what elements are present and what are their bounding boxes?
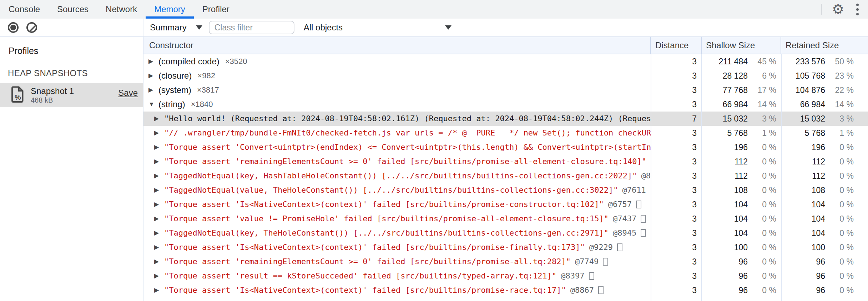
retained-size-cell: 1080 % xyxy=(781,183,868,197)
grid-row[interactable]: ▶"Torque assert 'result == kStoreSuccede… xyxy=(143,269,868,283)
profiles-sidebar: Profiles HEAP SNAPSHOTS % Snapshot 1 468… xyxy=(0,37,143,301)
disclosure-collapsed-icon[interactable]: ▶ xyxy=(154,255,164,269)
grid-row[interactable]: ▶"Torque assert 'Convert<uintptr>(endInd… xyxy=(143,140,868,154)
retained-size-percent: 0 % xyxy=(825,140,854,154)
disclosure-collapsed-icon[interactable]: ▶ xyxy=(148,69,158,83)
disclosure-collapsed-icon[interactable]: ▶ xyxy=(154,169,164,183)
grid-row[interactable]: ▶"TaggedNotEqual(key, HashTableHoleConst… xyxy=(143,169,868,183)
settings-gear-icon[interactable]: ⚙ xyxy=(832,3,844,16)
disclosure-collapsed-icon[interactable]: ▶ xyxy=(148,83,158,97)
disclosure-collapsed-icon[interactable]: ▶ xyxy=(154,154,164,169)
retained-size-cell: 1960 % xyxy=(781,140,868,154)
shallow-size-cell: 28 1286 % xyxy=(702,69,781,83)
shallow-size-percent: 0 % xyxy=(748,212,776,226)
retained-size-value: 104 876 xyxy=(781,83,825,97)
shallow-size-percent: 0 % xyxy=(748,169,776,183)
box-glyph-icon xyxy=(589,272,594,280)
constructor-name: "Torque assert 'Is<NativeContext>(contex… xyxy=(164,240,585,255)
object-id: @7749 xyxy=(575,255,599,269)
record-heap-snapshot-icon[interactable] xyxy=(8,22,19,33)
objects-scope-select[interactable]: All objects xyxy=(300,23,456,33)
snapshot-list-item[interactable]: % Snapshot 1 468 kB Save xyxy=(0,83,143,107)
grid-row[interactable]: ▶"Hello world! (Requested at: 2024-08-19… xyxy=(143,112,868,126)
shallow-size-cell: 66 98414 % xyxy=(702,97,781,112)
perspective-select[interactable]: Summary xyxy=(150,23,202,33)
grid-row[interactable]: ▶"TaggedNotEqual(key, TheHoleConstant())… xyxy=(143,226,868,240)
retained-size-cell: 15 0323 % xyxy=(781,112,868,126)
disclosure-collapsed-icon[interactable]: ▶ xyxy=(154,226,164,240)
heap-snapshot-file-icon: % xyxy=(11,86,25,104)
constructor-cell: ▶"Torque assert 'Is<NativeContext>(conte… xyxy=(143,240,651,255)
shallow-size-value: 5 768 xyxy=(702,126,748,140)
grid-row[interactable]: ▶"Torque assert 'Is<NativeContext>(conte… xyxy=(143,240,868,255)
tab-console[interactable]: Console xyxy=(0,0,49,19)
grid-row[interactable]: ▶"// .wrangler/tmp/bundle-FmNIt0/checked… xyxy=(143,126,868,140)
tab-memory[interactable]: Memory xyxy=(146,0,194,19)
more-options-kebab-icon[interactable] xyxy=(856,4,859,15)
snapshot-view-toolbar: Summary All objects xyxy=(143,19,868,36)
disclosure-collapsed-icon[interactable]: ▶ xyxy=(154,140,164,154)
constructor-name: "Torque assert 'Is<NativeContext>(contex… xyxy=(164,283,566,297)
shallow-size-percent: 0 % xyxy=(748,255,776,269)
retained-size-percent: 0 % xyxy=(825,154,854,169)
constructor-cell: ▶(system)×3817 xyxy=(143,83,651,97)
disclosure-collapsed-icon[interactable]: ▶ xyxy=(154,112,164,126)
shallow-size-value: 96 xyxy=(702,269,748,283)
shallow-size-value: 211 484 xyxy=(702,54,748,69)
grid-row[interactable]: ▶"Torque assert 'remainingElementsCount … xyxy=(143,154,868,169)
disclosure-collapsed-icon[interactable]: ▶ xyxy=(154,183,164,197)
heap-snapshot-grid: Constructor Distance Shallow Size Retain… xyxy=(143,37,868,301)
retained-size-value: 112 xyxy=(781,154,825,169)
class-filter-input[interactable] xyxy=(209,21,294,34)
column-header-distance[interactable]: Distance xyxy=(651,37,702,54)
grid-row[interactable]: ▼(string)×1840366 98414 %66 98414 % xyxy=(143,97,868,112)
grid-row[interactable]: ▶(compiled code)×35203211 48445 %233 576… xyxy=(143,54,868,69)
grid-row[interactable]: ▶"Torque assert 'value != PromiseHole' f… xyxy=(143,212,868,226)
grid-row[interactable]: ▶(system)×3817377 76817 %104 87622 % xyxy=(143,83,868,97)
shallow-size-percent: 0 % xyxy=(748,269,776,283)
toolbar-divider xyxy=(821,4,822,15)
tab-profiler[interactable]: Profiler xyxy=(194,0,238,19)
tab-sources[interactable]: Sources xyxy=(49,0,97,19)
disclosure-collapsed-icon[interactable]: ▶ xyxy=(154,240,164,255)
constructor-name: "TaggedNotEqual(key, HashTableHoleConsta… xyxy=(164,169,637,183)
shallow-size-cell: 960 % xyxy=(702,269,781,283)
perspective-select-label: Summary xyxy=(150,23,187,33)
disclosure-collapsed-icon[interactable]: ▶ xyxy=(154,126,164,140)
grid-row[interactable]: ▶"TaggedNotEqual(value, TheHoleConstant(… xyxy=(143,183,868,197)
shallow-size-percent: 0 % xyxy=(748,154,776,169)
tab-network[interactable]: Network xyxy=(97,0,146,19)
column-header-constructor[interactable]: Constructor xyxy=(143,37,651,54)
shallow-size-percent: 17 % xyxy=(748,83,776,97)
grid-row[interactable]: ▶"Torque assert 'Is<NativeContext>(conte… xyxy=(143,197,868,212)
disclosure-collapsed-icon[interactable]: ▶ xyxy=(154,212,164,226)
grid-row[interactable]: ▶"Torque assert 'remainingElementsCount … xyxy=(143,255,868,269)
retained-size-cell: 1040 % xyxy=(781,226,868,240)
disclosure-collapsed-icon[interactable]: ▶ xyxy=(148,54,158,69)
constructor-name: "TaggedNotEqual(value, TheHoleConstant()… xyxy=(164,183,618,197)
column-header-retained-size[interactable]: Retained Size xyxy=(781,37,868,54)
disclosure-collapsed-icon[interactable]: ▶ xyxy=(154,283,164,297)
shallow-size-percent: 14 % xyxy=(748,97,776,112)
snapshot-size: 468 kB xyxy=(31,96,74,104)
retained-size-percent: 50 % xyxy=(825,54,854,69)
clear-profiles-icon[interactable] xyxy=(26,22,37,33)
retained-size-percent: 3 % xyxy=(825,112,854,126)
column-header-shallow-size[interactable]: Shallow Size xyxy=(702,37,781,54)
profiles-toolbar xyxy=(0,19,143,36)
object-id: @8867 xyxy=(570,283,594,297)
disclosure-collapsed-icon[interactable]: ▶ xyxy=(154,269,164,283)
disclosure-expanded-icon[interactable]: ▼ xyxy=(148,97,158,112)
save-link[interactable]: Save xyxy=(118,88,138,98)
retained-size-cell: 233 57650 % xyxy=(781,54,868,69)
constructor-cell: ▶"TaggedNotEqual(value, TheHoleConstant(… xyxy=(143,183,651,197)
disclosure-collapsed-icon[interactable]: ▶ xyxy=(154,197,164,212)
shallow-size-percent: 0 % xyxy=(748,226,776,240)
object-id: @8 xyxy=(641,169,651,183)
grid-row[interactable]: ▶(closure)×982328 1286 %105 76823 % xyxy=(143,69,868,83)
grid-row[interactable]: ▶"Torque assert 'Is<NativeContext>(conte… xyxy=(143,283,868,297)
constructor-cell: ▼(string)×1840 xyxy=(143,97,651,112)
distance-cell: 3 xyxy=(651,97,702,112)
constructor-cell: ▶(compiled code)×3520 xyxy=(143,54,651,69)
retained-size-cell: 1120 % xyxy=(781,169,868,183)
